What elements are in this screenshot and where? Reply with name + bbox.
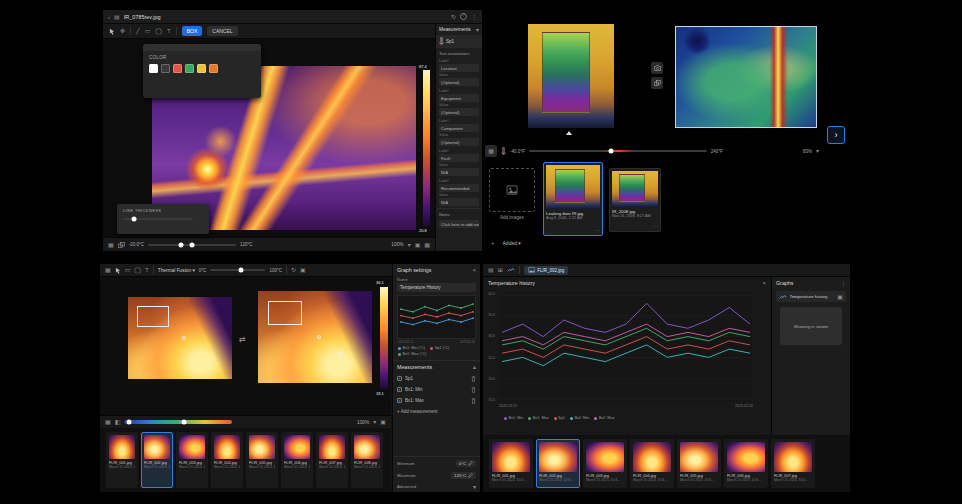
text-tool-icon[interactable]: T <box>167 28 171 34</box>
measurements-header[interactable]: Measurements ▾ <box>436 24 482 35</box>
next-button[interactable]: › <box>827 126 845 144</box>
rect-tool-icon[interactable]: ▭ <box>125 267 131 273</box>
link-images-button[interactable] <box>651 77 663 89</box>
pan-icon[interactable]: ✥ <box>120 28 125 34</box>
help-icon[interactable]: ? <box>460 13 467 20</box>
spot-marker[interactable] <box>338 352 342 356</box>
add-images-dropzone[interactable] <box>489 168 535 212</box>
add-icon[interactable]: + <box>491 240 495 246</box>
palette-icon[interactable]: ◧ <box>115 419 121 425</box>
slider-handle-low[interactable] <box>179 242 184 247</box>
grid-icon[interactable]: ⊞ <box>498 267 503 273</box>
slider-handle-high[interactable] <box>189 242 194 247</box>
zoom-level[interactable]: 83% <box>803 149 812 154</box>
popup-drag-handle[interactable] <box>143 44 261 51</box>
annotation-value-input[interactable]: (Optional) <box>439 78 479 86</box>
annotations-header[interactable]: Text annotations <box>436 47 482 58</box>
color-scale[interactable] <box>423 70 430 226</box>
expand-icon[interactable]: ▣ <box>837 294 843 300</box>
annotation-label-input[interactable]: Recommended <box>439 184 479 192</box>
slider-handle[interactable] <box>608 149 613 154</box>
filmstrip-item[interactable]: FLIR_004.jpgMarch 15 2023, 10:4… <box>630 439 674 488</box>
temperature-range-slider[interactable] <box>529 150 707 152</box>
measurement-row[interactable]: ✓Bx1: Max <box>393 395 480 406</box>
annotation-box[interactable] <box>268 301 302 325</box>
image-card[interactable]: IR_2008.jpg Nov 24, 2008, 8:27 AM ⋯ <box>609 168 661 232</box>
slider-handle[interactable] <box>131 217 136 222</box>
checkbox[interactable]: ✓ <box>397 376 402 381</box>
spot-marker[interactable] <box>317 335 321 339</box>
palette-slider[interactable] <box>124 420 232 424</box>
filmstrip-item[interactable]: FLIR_001.jpgMarch 15 2023, 10:4… <box>106 432 138 488</box>
cursor-icon[interactable] <box>109 28 115 35</box>
scale-min-field[interactable]: 0°C <box>456 460 476 467</box>
fit-screen-icon[interactable]: ▣ <box>415 242 421 248</box>
sort-dropdown[interactable]: Added ▾ <box>503 240 521 246</box>
checkbox[interactable]: ✓ <box>397 387 402 392</box>
grid-icon[interactable]: ▦ <box>424 242 430 248</box>
annotation-value-input[interactable]: (Optional) <box>439 138 479 146</box>
ellipse-tool-icon[interactable]: ◯ <box>155 28 162 34</box>
color-scale[interactable] <box>380 287 388 389</box>
filmstrip-item[interactable]: FLIR_002.jpgMarch 15 2023, 10:4… <box>536 439 580 488</box>
image-card-selected[interactable]: Leaking door IR.jpg Aug 8, 2046, 2:22 AM… <box>543 162 603 236</box>
camera-button[interactable] <box>651 62 663 74</box>
color-swatch[interactable] <box>209 64 218 73</box>
zoom-level[interactable]: 100% <box>391 242 403 247</box>
layers-icon[interactable] <box>118 242 125 248</box>
color-swatch[interactable] <box>149 64 158 73</box>
menu-icon[interactable]: ▤ <box>114 14 120 20</box>
scale-max-field[interactable]: 120°C <box>451 472 476 479</box>
ellipse-tool-icon[interactable]: ◯ <box>134 267 141 273</box>
chevron-down-icon[interactable]: ▾ <box>816 148 819 154</box>
filmstrip-item[interactable]: FLIR_004.jpgMarch 15 2023, 10:4… <box>211 432 243 488</box>
measurement-row[interactable]: ✓Bx1: Min <box>393 384 480 395</box>
fusion-mode-dropdown[interactable]: Thermal Fusion ▾ <box>158 268 195 273</box>
color-swatch[interactable] <box>185 64 194 73</box>
grid-view-icon[interactable]: ▦ <box>108 242 114 248</box>
temperature-span-slider[interactable] <box>148 244 236 246</box>
thermal-image-left[interactable] <box>128 297 232 379</box>
pencil-icon[interactable] <box>468 461 473 466</box>
cancel-button[interactable]: CANCEL <box>207 26 237 36</box>
undo-icon[interactable]: ↻ <box>451 14 456 20</box>
filmstrip-item[interactable]: FLIR_006.jpgMarch 15 2023, 10:4… <box>281 432 313 488</box>
annotation-label-input[interactable]: Location <box>439 64 479 72</box>
checkbox[interactable]: ✓ <box>397 398 402 403</box>
filmstrip-item[interactable]: FLIR_005.jpgMarch 15 2023, 10:4… <box>246 432 278 488</box>
thermal-image-cool[interactable] <box>675 26 817 128</box>
fusion-blend-slider[interactable] <box>210 269 265 271</box>
annotation-value-input[interactable]: N/A <box>439 198 479 206</box>
layout-button[interactable]: ▦ <box>485 145 497 157</box>
trash-icon[interactable] <box>471 376 476 382</box>
filmstrip-item[interactable]: FLIR_006.jpgMarch 15 2023, 10:4… <box>724 439 768 488</box>
thermal-image-door[interactable] <box>528 24 614 128</box>
advanced-row[interactable]: Advanced ▾ <box>393 481 480 492</box>
line-thickness-slider[interactable] <box>123 218 193 220</box>
pencil-icon[interactable] <box>468 473 473 478</box>
filmstrip-item[interactable]: FLIR_001.jpgMarch 15 2023, 10:4… <box>489 439 533 488</box>
cursor-icon[interactable] <box>115 267 121 274</box>
slider-handle-low[interactable] <box>126 420 131 425</box>
fit-screen-icon[interactable]: ▣ <box>300 267 306 273</box>
rect-tool-icon[interactable]: ▭ <box>145 28 151 34</box>
close-icon[interactable]: × <box>472 267 476 273</box>
measurements-section-header[interactable]: Measurements ▴ <box>393 360 480 373</box>
filmstrip-item[interactable]: FLIR_008.jpgMarch 15 2023, 10:4… <box>351 432 383 488</box>
notes-field[interactable]: Click here to add notes <box>439 220 479 228</box>
filmstrip-item[interactable]: FLIR_007.jpgMarch 15 2023, 10:4… <box>771 439 815 488</box>
text-tool-icon[interactable]: T <box>145 267 149 273</box>
back-icon[interactable]: ‹ <box>108 14 110 20</box>
temperature-history-chart[interactable] <box>499 292 753 402</box>
thermal-image-right[interactable] <box>258 291 372 383</box>
graph-list-item[interactable]: Temperature history ▣ <box>776 291 846 302</box>
sidebar-icon[interactable]: ▤ <box>488 267 494 273</box>
slider-handle[interactable] <box>238 268 243 273</box>
more-icon[interactable]: ⋯ <box>595 227 600 233</box>
chart-icon[interactable] <box>507 267 515 273</box>
color-swatch[interactable] <box>161 64 170 73</box>
spot-marker[interactable] <box>182 336 186 340</box>
fit-screen-icon[interactable]: ▣ <box>380 419 386 425</box>
zoom-level[interactable]: 100% <box>357 420 369 425</box>
annotation-value-input[interactable]: N/A <box>439 168 479 176</box>
